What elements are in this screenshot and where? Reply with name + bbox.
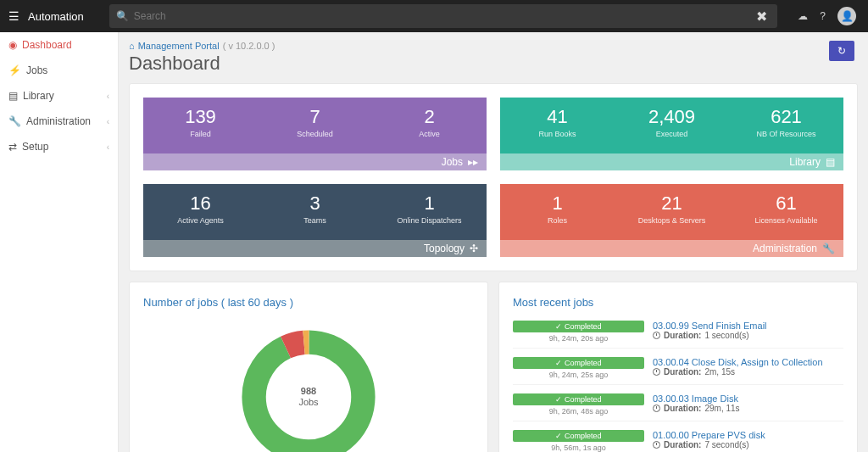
metric-footer-label: Topology bbox=[424, 243, 465, 254]
sidebar-item-setup[interactable]: ⇄Setup ‹ bbox=[0, 134, 118, 159]
job-name-link[interactable]: 03.00.99 Send Finish Email bbox=[653, 321, 843, 331]
search-clear-icon[interactable]: ✖ bbox=[753, 8, 771, 25]
book-icon: ▤ bbox=[826, 156, 835, 168]
metric-num: 2,409 bbox=[618, 106, 726, 128]
alerts-icon[interactable]: ☁ bbox=[798, 10, 808, 22]
metric-label: Scheduled bbox=[261, 130, 369, 138]
metric-num: 2 bbox=[376, 106, 483, 128]
metric-num: 61 bbox=[732, 193, 840, 215]
metric-label: Licenses Available bbox=[732, 216, 840, 225]
chart-title: Number of jobs ( last 60 days ) bbox=[143, 296, 474, 309]
metric-administration[interactable]: 1Roles 21Desktops & Servers 61Licenses A… bbox=[500, 184, 843, 257]
dashboard-icon: ◉ bbox=[8, 39, 17, 51]
chevron-left-icon: ‹ bbox=[107, 92, 109, 101]
search-input[interactable] bbox=[134, 10, 754, 22]
metric-num: 3 bbox=[261, 193, 369, 215]
breadcrumb: ⌂ Management Portal ( v 10.2.0.0 ) bbox=[129, 41, 858, 51]
bolt-icon: ⚡ bbox=[8, 64, 21, 76]
metric-label: Active bbox=[376, 130, 483, 138]
job-name-link[interactable]: 01.00.00 Prepare PVS disk bbox=[653, 430, 843, 440]
job-status-badge: ✓ Completed bbox=[513, 393, 644, 405]
recent-jobs-list: ✓ Completed 9h, 24m, 20s ago 03.00.99 Se… bbox=[513, 317, 843, 452]
sidebar-item-library[interactable]: ▤Library ‹ bbox=[0, 83, 118, 109]
job-details: 03.00.04 Close Disk, Assign to Collectio… bbox=[653, 357, 843, 377]
sidebar-item-administration[interactable]: 🔧Administration ‹ bbox=[0, 109, 118, 134]
sidebar-item-jobs[interactable]: ⚡Jobs bbox=[0, 58, 118, 83]
home-icon[interactable]: ⌂ bbox=[129, 41, 135, 51]
donut-total: 988 bbox=[298, 386, 318, 397]
job-name-link[interactable]: 03.00.04 Close Disk, Assign to Collectio… bbox=[653, 357, 843, 367]
job-status-badge: ✓ Completed bbox=[513, 357, 644, 369]
sidebar-item-label: Jobs bbox=[26, 64, 47, 76]
metric-footer-label: Administration bbox=[753, 243, 817, 254]
play-icon: ▸▸ bbox=[468, 156, 478, 168]
exchange-icon: ⇄ bbox=[8, 141, 17, 153]
metric-footer-label: Library bbox=[789, 156, 821, 168]
sidebar-item-label: Setup bbox=[22, 141, 48, 153]
metric-label: Failed bbox=[147, 130, 254, 138]
wrench-icon: 🔧 bbox=[822, 243, 835, 254]
sidebar: ◉Dashboard ⚡Jobs ▤Library ‹ 🔧Administrat… bbox=[0, 32, 119, 452]
sidebar-item-label: Administration bbox=[26, 115, 91, 127]
job-badge: ✓ Completed 9h, 24m, 20s ago bbox=[513, 321, 644, 343]
job-duration: Duration: 29m, 11s bbox=[653, 404, 843, 413]
search-box[interactable]: 🔍 ✖ bbox=[109, 4, 778, 28]
sidebar-item-label: Dashboard bbox=[22, 39, 72, 51]
metric-jobs[interactable]: 139Failed 7Scheduled 2Active Jobs▸▸ bbox=[143, 98, 487, 170]
metrics-panel: 139Failed 7Scheduled 2Active Jobs▸▸ 41Ru… bbox=[129, 83, 858, 271]
metric-label: Active Agents bbox=[147, 216, 254, 225]
job-row: ✓ Completed 9h, 26m, 48s ago 03.00.03 Im… bbox=[513, 390, 843, 421]
job-badge: ✓ Completed 9h, 24m, 25s ago bbox=[513, 357, 644, 379]
search-icon: 🔍 bbox=[116, 10, 129, 22]
metric-library[interactable]: 41Run Books 2,409Executed 621NB Of Resou… bbox=[500, 98, 843, 170]
refresh-button[interactable]: ↻ bbox=[829, 41, 854, 61]
page-title: Dashboard bbox=[129, 53, 858, 75]
metric-num: 1 bbox=[376, 193, 483, 215]
clock-icon bbox=[653, 332, 660, 339]
clock-icon bbox=[653, 368, 660, 376]
metric-num: 41 bbox=[504, 106, 611, 128]
metric-num: 1 bbox=[504, 193, 611, 215]
job-time-ago: 9h, 56m, 1s ago bbox=[513, 444, 644, 452]
content-area: ↻ ⌂ Management Portal ( v 10.2.0.0 ) Das… bbox=[119, 32, 868, 452]
metric-num: 21 bbox=[618, 193, 726, 215]
job-name-link[interactable]: 03.00.03 Image Disk bbox=[653, 393, 843, 404]
breadcrumb-root[interactable]: Management Portal bbox=[138, 41, 220, 51]
job-time-ago: 9h, 24m, 25s ago bbox=[513, 371, 644, 379]
job-details: 01.00.00 Prepare PVS disk Duration: 7 se… bbox=[653, 430, 843, 449]
metric-num: 139 bbox=[147, 106, 254, 128]
job-row: ✓ Completed 9h, 56m, 1s ago 01.00.00 Pre… bbox=[513, 427, 843, 452]
sidebar-item-dashboard[interactable]: ◉Dashboard bbox=[0, 32, 118, 58]
metric-footer-label: Jobs bbox=[442, 156, 463, 168]
job-duration: Duration: 7 second(s) bbox=[653, 440, 843, 449]
metric-label: Online Dispatchers bbox=[376, 216, 483, 225]
donut-center: 988 Jobs bbox=[298, 386, 318, 408]
avatar[interactable]: 👤 bbox=[837, 7, 856, 25]
book-icon: ▤ bbox=[8, 90, 18, 102]
help-icon[interactable]: ? bbox=[820, 10, 826, 22]
job-row: ✓ Completed 9h, 24m, 25s ago 03.00.04 Cl… bbox=[513, 354, 843, 385]
clock-icon bbox=[653, 405, 660, 412]
menu-toggle-icon[interactable]: ☰ bbox=[0, 9, 28, 23]
job-status-badge: ✓ Completed bbox=[513, 430, 644, 442]
metric-label: Teams bbox=[261, 216, 369, 225]
job-row: ✓ Completed 9h, 24m, 20s ago 03.00.99 Se… bbox=[513, 317, 843, 349]
job-details: 03.00.03 Image Disk Duration: 29m, 11s bbox=[653, 393, 843, 413]
metric-topology[interactable]: 16Active Agents 3Teams 1Online Dispatche… bbox=[143, 184, 487, 257]
job-duration: Duration: 2m, 15s bbox=[653, 367, 843, 377]
metric-num: 7 bbox=[261, 106, 369, 128]
breadcrumb-version: ( v 10.2.0.0 ) bbox=[223, 41, 275, 51]
donut-chart: 988 Jobs bbox=[143, 321, 474, 452]
metric-label: Run Books bbox=[504, 130, 611, 138]
donut-sublabel: Jobs bbox=[298, 397, 318, 408]
metric-label: Desktops & Servers bbox=[618, 216, 726, 225]
job-time-ago: 9h, 24m, 20s ago bbox=[513, 334, 644, 343]
job-duration: Duration: 1 second(s) bbox=[653, 331, 843, 340]
chevron-left-icon: ‹ bbox=[107, 117, 109, 126]
sidebar-item-label: Library bbox=[23, 90, 54, 102]
job-status-badge: ✓ Completed bbox=[513, 321, 644, 332]
sitemap-icon: ✣ bbox=[470, 243, 478, 254]
metric-num: 621 bbox=[732, 106, 840, 128]
recent-jobs-panel: Most recent jobs ✓ Completed 9h, 24m, 20… bbox=[498, 282, 858, 452]
chevron-left-icon: ‹ bbox=[107, 142, 109, 152]
